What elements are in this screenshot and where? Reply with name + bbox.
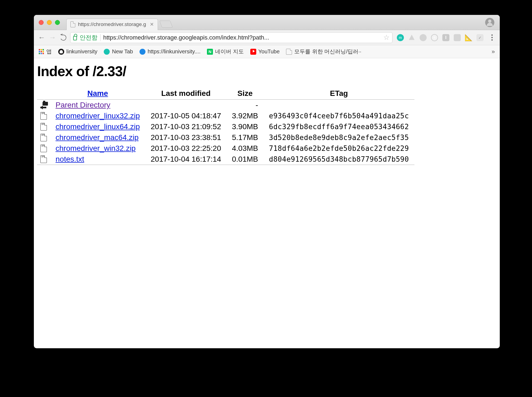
profile-button[interactable] [485,18,494,27]
file-etag: d804e91269565d348bcb877965d7b590 [264,154,414,165]
parent-size: - [226,100,264,110]
file-size: 4.03MB [226,143,264,154]
column-size: Size [226,87,264,100]
file-link[interactable]: chromedriver_linux64.zip [56,122,140,131]
apps-icon [39,49,44,54]
table-row: chromedriver_linux32.zip 2017-10-05 04:1… [37,110,414,121]
extension-icon[interactable]: I [442,34,449,41]
file-link[interactable]: notes.txt [56,155,84,163]
parent-directory-link[interactable]: Parent Directory [56,101,110,109]
browser-tab[interactable]: https://chromedriver.storage.g ✕ [66,19,158,30]
file-icon [40,123,47,131]
file-etag: 3d520b8ede8e9deb8c9a2efe2aec5f35 [264,132,414,143]
bookmark-item[interactable]: N 네이버 지도 [207,48,244,55]
extension-icon[interactable] [408,34,415,41]
file-size: 3.90MB [226,121,264,132]
reload-button[interactable] [59,34,67,42]
lock-icon [73,36,77,40]
file-size: 5.17MB [226,132,264,143]
bookmark-item[interactable]: 모두를 위한 머신러닝/딥러·· [286,48,361,55]
file-modified: 2017-10-05 04:18:47 [145,110,226,121]
extension-icon[interactable]: ✓ [476,34,484,41]
extension-icon[interactable] [420,34,427,41]
file-etag: 718df64a6e2b2efde50b26ac22fde229 [264,143,414,154]
bookmark-label: https://linkuniversity.... [148,48,200,55]
window-controls [39,20,60,25]
page-title: Index of /2.33/ [37,63,497,79]
bookmark-label: 모두를 위한 머신러닝/딥러·· [294,48,361,55]
browser-window: https://chromedriver.storage.g ✕ ← → 안전함… [34,15,500,348]
file-icon [40,112,47,120]
bookmark-item[interactable]: https://linkuniversity.... [140,48,200,55]
extension-icon[interactable] [454,34,461,41]
table-row: Parent Directory - [37,100,414,110]
file-etag: 6dc329fb8ecdff6a9f74eea053434662 [264,121,414,132]
bookmarks-overflow-button[interactable]: » [492,48,495,55]
file-modified: 2017-10-04 16:17:14 [145,154,226,165]
titlebar: https://chromedriver.storage.g ✕ [34,15,500,30]
file-link[interactable]: chromedriver_mac64.zip [56,133,139,142]
extension-icon[interactable]: m [397,34,404,41]
chrome-menu-button[interactable] [488,34,496,41]
file-modified: 2017-10-03 21:09:52 [145,121,226,132]
close-window-button[interactable] [39,20,44,25]
forward-button[interactable]: → [48,34,57,42]
bookmark-label: linkuniversity [66,48,97,55]
bookmark-label: YouTube [258,48,280,55]
bookmark-label: 네이버 지도 [215,48,244,55]
secure-label: 안전함 [80,34,98,42]
close-tab-button[interactable]: ✕ [150,21,154,27]
page-icon [70,21,75,27]
table-header-row: Name Last modified Size ETag [37,87,414,100]
bookmarks-bar: 앱 linkuniversity New Tab https://linkuni… [34,45,500,58]
file-link[interactable]: chromedriver_win32.zip [56,144,136,152]
table-row: chromedriver_linux64.zip 2017-10-03 21:0… [37,121,414,132]
tab-title: https://chromedriver.storage.g [78,21,146,27]
bookmark-item[interactable]: New Tab [104,48,133,55]
page-content: Index of /2.33/ Name Last modified Size … [34,58,500,168]
document-icon [286,49,292,55]
extension-icon[interactable]: ⚛ [431,34,438,41]
extension-icon[interactable]: 📐 [465,34,472,41]
parent-dir-icon [40,102,48,108]
favicon-icon [140,49,145,55]
column-name-link[interactable]: Name [87,89,108,97]
youtube-icon [250,49,256,55]
table-row: notes.txt 2017-10-04 16:17:14 0.01MB d80… [37,154,414,165]
file-size: 0.01MB [226,154,264,165]
file-link[interactable]: chromedriver_linux32.zip [56,112,140,120]
file-icon [40,145,47,152]
minimize-window-button[interactable] [47,20,52,25]
bookmark-star-icon[interactable]: ☆ [383,33,390,42]
naver-icon: N [207,49,213,55]
divider [100,34,100,41]
bookmark-item[interactable]: linkuniversity [58,48,97,55]
maximize-window-button[interactable] [55,20,60,25]
file-size: 3.92MB [226,110,264,121]
file-modified: 2017-10-03 22:25:20 [145,143,226,154]
back-button[interactable]: ← [38,34,46,42]
apps-label: 앱 [46,48,52,55]
column-modified: Last modified [145,87,226,100]
bookmark-item[interactable]: YouTube [250,48,280,55]
table-row: chromedriver_win32.zip 2017-10-03 22:25:… [37,143,414,154]
file-modified: 2017-10-03 23:38:51 [145,132,226,143]
github-icon [58,49,64,55]
extension-icons: m ⚛ I 📐 ✓ [397,34,484,41]
file-icon [40,134,47,141]
favicon-icon [104,49,110,55]
reload-icon [60,34,67,41]
bookmark-label: New Tab [112,48,133,55]
column-etag: ETag [264,87,414,100]
url-text: https://chromedriver.storage.googleapis.… [103,34,381,41]
toolbar: ← → 안전함 https://chromedriver.storage.goo… [34,30,500,45]
table-row: chromedriver_mac64.zip 2017-10-03 23:38:… [37,132,414,143]
file-etag: e936493c0f4ceeb7f6b504a491daa25c [264,110,414,121]
file-icon [40,155,47,163]
new-tab-button[interactable] [160,21,173,28]
apps-button[interactable]: 앱 [39,48,52,55]
directory-listing-table: Name Last modified Size ETag Parent Dire… [37,87,414,165]
address-bar[interactable]: 안전함 https://chromedriver.storage.googlea… [70,32,392,43]
